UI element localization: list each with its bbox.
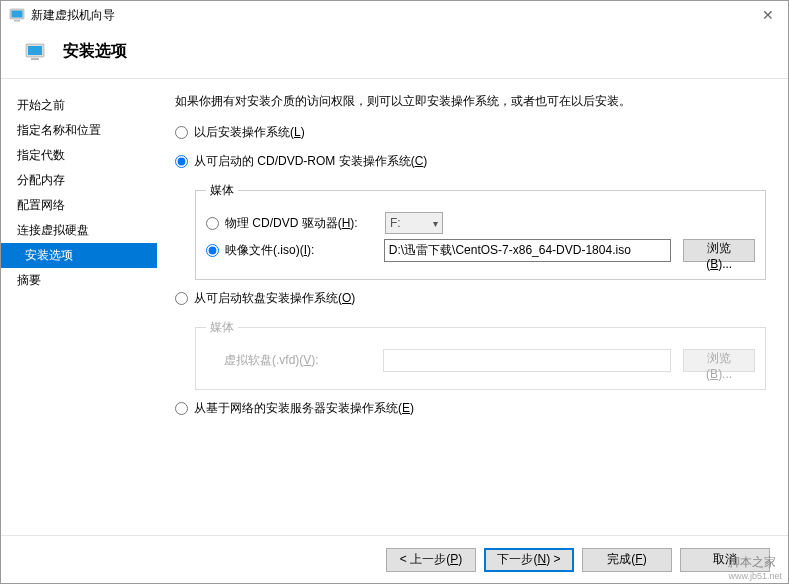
media-floppy-group: 媒体 虚拟软盘(.vfd)(V): 浏览(B)...: [195, 319, 766, 390]
wizard-icon: [25, 43, 45, 61]
media-floppy-legend: 媒体: [206, 319, 238, 336]
vfd-label: 虚拟软盘(.vfd)(V):: [224, 352, 383, 369]
chevron-down-icon: ▾: [433, 218, 438, 229]
wizard-footer: < 上一步(P) 下一步(N) > 完成(F) 取消: [1, 535, 788, 583]
radio-install-cd[interactable]: 从可启动的 CD/DVD-ROM 安装操作系统(C): [175, 153, 766, 170]
sidebar-step-5[interactable]: 连接虚拟硬盘: [1, 218, 157, 243]
window-title: 新建虚拟机向导: [31, 7, 756, 24]
content-area: 如果你拥有对安装介质的访问权限，则可以立即安装操作系统，或者也可在以后安装。 以…: [157, 79, 788, 527]
radio-install-floppy-input[interactable]: [175, 292, 188, 305]
media-cd-group: 媒体 物理 CD/DVD 驱动器(H): F: ▾ 映像文件(.iso)(I):…: [195, 182, 766, 280]
radio-install-network-label: 从基于网络的安装服务器安装操作系统(E): [194, 400, 414, 417]
radio-install-cd-label: 从可启动的 CD/DVD-ROM 安装操作系统(C): [194, 153, 427, 170]
previous-button[interactable]: < 上一步(P): [386, 548, 476, 572]
radio-install-later-input[interactable]: [175, 126, 188, 139]
radio-install-floppy[interactable]: 从可启动软盘安装操作系统(O): [175, 290, 766, 307]
vfd-path-input: [383, 349, 671, 372]
app-icon: [9, 8, 25, 22]
radio-install-later-label: 以后安装操作系统(L): [194, 124, 305, 141]
intro-text: 如果你拥有对安装介质的访问权限，则可以立即安装操作系统，或者也可在以后安装。: [175, 93, 766, 110]
radio-install-floppy-label: 从可启动软盘安装操作系统(O): [194, 290, 355, 307]
radio-physical-drive[interactable]: [206, 217, 219, 230]
sidebar-step-6[interactable]: 安装选项: [1, 243, 157, 268]
sidebar-step-0[interactable]: 开始之前: [1, 93, 157, 118]
finish-button[interactable]: 完成(F): [582, 548, 672, 572]
media-legend: 媒体: [206, 182, 238, 199]
svg-rect-2: [14, 20, 20, 22]
sidebar-step-7[interactable]: 摘要: [1, 268, 157, 293]
browse-iso-button[interactable]: 浏览(B)...: [683, 239, 755, 262]
wizard-steps: 开始之前指定名称和位置指定代数分配内存配置网络连接虚拟硬盘安装选项摘要: [1, 79, 157, 527]
physical-drive-label: 物理 CD/DVD 驱动器(H):: [225, 215, 385, 232]
drive-select[interactable]: F: ▾: [385, 212, 443, 234]
browse-vfd-button: 浏览(B)...: [683, 349, 755, 372]
next-button[interactable]: 下一步(N) >: [484, 548, 574, 572]
radio-install-network-input[interactable]: [175, 402, 188, 415]
svg-rect-4: [28, 46, 42, 55]
close-icon[interactable]: ✕: [756, 7, 780, 23]
svg-rect-1: [12, 11, 23, 18]
radio-install-network[interactable]: 从基于网络的安装服务器安装操作系统(E): [175, 400, 766, 417]
svg-rect-5: [31, 58, 39, 60]
sidebar-step-1[interactable]: 指定名称和位置: [1, 118, 157, 143]
sidebar-step-2[interactable]: 指定代数: [1, 143, 157, 168]
sidebar-step-3[interactable]: 分配内存: [1, 168, 157, 193]
sidebar-step-4[interactable]: 配置网络: [1, 193, 157, 218]
radio-install-later[interactable]: 以后安装操作系统(L): [175, 124, 766, 141]
page-title: 安装选项: [63, 41, 127, 62]
radio-install-cd-input[interactable]: [175, 155, 188, 168]
iso-label: 映像文件(.iso)(I):: [225, 242, 384, 259]
iso-path-input[interactable]: [384, 239, 672, 262]
radio-iso-file[interactable]: [206, 244, 219, 257]
watermark: 脚本之家www.jb51.net: [728, 553, 782, 581]
